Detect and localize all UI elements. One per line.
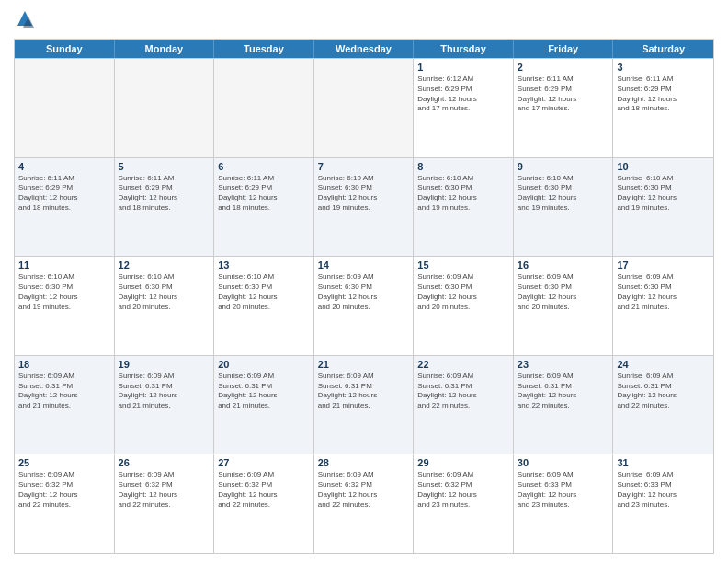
day-number: 17	[617, 259, 710, 270]
day-info: Sunrise: 6:11 AM Sunset: 6:29 PM Dayligh…	[218, 174, 310, 213]
day-cell: 24Sunrise: 6:09 AM Sunset: 6:31 PM Dayli…	[613, 356, 713, 454]
day-cell: 15Sunrise: 6:09 AM Sunset: 6:30 PM Dayli…	[414, 257, 514, 355]
day-info: Sunrise: 6:11 AM Sunset: 6:29 PM Dayligh…	[518, 75, 609, 114]
day-cell: 8Sunrise: 6:10 AM Sunset: 6:30 PM Daylig…	[414, 158, 514, 257]
week-row-4: 25Sunrise: 6:09 AM Sunset: 6:32 PM Dayli…	[15, 454, 713, 553]
day-number: 15	[417, 259, 509, 270]
day-info: Sunrise: 6:10 AM Sunset: 6:30 PM Dayligh…	[218, 272, 310, 312]
day-info: Sunrise: 6:09 AM Sunset: 6:31 PM Dayligh…	[518, 372, 609, 411]
day-number: 22	[417, 359, 509, 370]
day-number: 1	[417, 62, 509, 73]
day-cell: 30Sunrise: 6:09 AM Sunset: 6:33 PM Dayli…	[514, 454, 614, 553]
day-cell: 17Sunrise: 6:09 AM Sunset: 6:30 PM Dayli…	[613, 257, 713, 355]
day-cell: 22Sunrise: 6:09 AM Sunset: 6:31 PM Dayli…	[414, 356, 514, 454]
day-cell: 7Sunrise: 6:10 AM Sunset: 6:30 PM Daylig…	[314, 158, 415, 257]
logo	[14, 9, 40, 31]
header-friday: Friday	[514, 40, 614, 58]
day-cell	[15, 59, 115, 157]
day-number: 14	[318, 259, 410, 270]
day-number: 3	[617, 62, 710, 73]
day-info: Sunrise: 6:09 AM Sunset: 6:32 PM Dayligh…	[119, 470, 210, 510]
day-info: Sunrise: 6:09 AM Sunset: 6:30 PM Dayligh…	[617, 272, 710, 312]
day-cell: 10Sunrise: 6:10 AM Sunset: 6:30 PM Dayli…	[613, 158, 713, 257]
day-number: 8	[417, 161, 509, 172]
day-info: Sunrise: 6:11 AM Sunset: 6:29 PM Dayligh…	[617, 75, 710, 114]
day-cell: 13Sunrise: 6:10 AM Sunset: 6:30 PM Dayli…	[214, 257, 314, 355]
day-cell: 12Sunrise: 6:10 AM Sunset: 6:30 PM Dayli…	[115, 257, 215, 355]
header-thursday: Thursday	[414, 40, 514, 58]
day-info: Sunrise: 6:09 AM Sunset: 6:32 PM Dayligh…	[218, 470, 310, 510]
week-row-3: 18Sunrise: 6:09 AM Sunset: 6:31 PM Dayli…	[15, 355, 713, 454]
day-number: 13	[218, 259, 310, 270]
day-number: 16	[518, 259, 609, 270]
day-info: Sunrise: 6:09 AM Sunset: 6:31 PM Dayligh…	[119, 372, 210, 411]
day-cell: 1Sunrise: 6:12 AM Sunset: 6:29 PM Daylig…	[414, 59, 514, 157]
day-cell: 11Sunrise: 6:10 AM Sunset: 6:30 PM Dayli…	[15, 257, 115, 355]
day-number: 6	[218, 161, 310, 172]
day-number: 21	[318, 359, 410, 370]
day-number: 18	[18, 359, 110, 370]
day-info: Sunrise: 6:09 AM Sunset: 6:30 PM Dayligh…	[417, 272, 509, 312]
day-cell	[214, 59, 314, 157]
day-cell: 26Sunrise: 6:09 AM Sunset: 6:32 PM Dayli…	[115, 454, 215, 553]
day-info: Sunrise: 6:12 AM Sunset: 6:29 PM Dayligh…	[417, 75, 509, 114]
day-cell: 2Sunrise: 6:11 AM Sunset: 6:29 PM Daylig…	[514, 59, 614, 157]
day-info: Sunrise: 6:11 AM Sunset: 6:29 PM Dayligh…	[18, 174, 110, 213]
day-cell: 16Sunrise: 6:09 AM Sunset: 6:30 PM Dayli…	[514, 257, 614, 355]
week-row-0: 1Sunrise: 6:12 AM Sunset: 6:29 PM Daylig…	[15, 58, 713, 157]
week-row-2: 11Sunrise: 6:10 AM Sunset: 6:30 PM Dayli…	[15, 256, 713, 355]
day-info: Sunrise: 6:09 AM Sunset: 6:31 PM Dayligh…	[617, 372, 710, 411]
day-cell: 29Sunrise: 6:09 AM Sunset: 6:32 PM Dayli…	[414, 454, 514, 553]
header-tuesday: Tuesday	[214, 40, 314, 58]
page: Sunday Monday Tuesday Wednesday Thursday…	[0, 0, 728, 563]
day-number: 25	[18, 457, 110, 468]
day-number: 9	[518, 161, 609, 172]
day-info: Sunrise: 6:09 AM Sunset: 6:33 PM Dayligh…	[617, 470, 710, 510]
day-number: 19	[119, 359, 210, 370]
day-cell: 28Sunrise: 6:09 AM Sunset: 6:32 PM Dayli…	[314, 454, 415, 553]
week-row-1: 4Sunrise: 6:11 AM Sunset: 6:29 PM Daylig…	[15, 157, 713, 257]
day-number: 12	[119, 259, 210, 270]
logo-icon	[14, 9, 36, 31]
day-number: 24	[617, 359, 710, 370]
day-info: Sunrise: 6:09 AM Sunset: 6:31 PM Dayligh…	[417, 372, 509, 411]
day-number: 20	[218, 359, 310, 370]
day-number: 30	[518, 457, 609, 468]
day-info: Sunrise: 6:09 AM Sunset: 6:32 PM Dayligh…	[18, 470, 110, 510]
day-cell: 21Sunrise: 6:09 AM Sunset: 6:31 PM Dayli…	[314, 356, 415, 454]
day-number: 27	[218, 457, 310, 468]
day-number: 5	[119, 161, 210, 172]
day-number: 23	[518, 359, 609, 370]
day-cell: 19Sunrise: 6:09 AM Sunset: 6:31 PM Dayli…	[115, 356, 215, 454]
day-cell: 31Sunrise: 6:09 AM Sunset: 6:33 PM Dayli…	[613, 454, 713, 553]
day-info: Sunrise: 6:10 AM Sunset: 6:30 PM Dayligh…	[417, 174, 509, 213]
day-cell: 4Sunrise: 6:11 AM Sunset: 6:29 PM Daylig…	[15, 158, 115, 257]
day-number: 29	[417, 457, 509, 468]
day-cell	[115, 59, 215, 157]
day-cell: 25Sunrise: 6:09 AM Sunset: 6:32 PM Dayli…	[15, 454, 115, 553]
day-info: Sunrise: 6:09 AM Sunset: 6:31 PM Dayligh…	[318, 372, 410, 411]
header-monday: Monday	[115, 40, 215, 58]
day-info: Sunrise: 6:09 AM Sunset: 6:31 PM Dayligh…	[18, 372, 110, 411]
day-cell: 18Sunrise: 6:09 AM Sunset: 6:31 PM Dayli…	[15, 356, 115, 454]
day-number: 28	[318, 457, 410, 468]
day-cell: 5Sunrise: 6:11 AM Sunset: 6:29 PM Daylig…	[115, 158, 215, 257]
day-number: 2	[518, 62, 609, 73]
day-info: Sunrise: 6:10 AM Sunset: 6:30 PM Dayligh…	[119, 272, 210, 312]
day-number: 31	[617, 457, 710, 468]
day-info: Sunrise: 6:09 AM Sunset: 6:32 PM Dayligh…	[318, 470, 410, 510]
day-number: 11	[18, 259, 110, 270]
day-info: Sunrise: 6:09 AM Sunset: 6:33 PM Dayligh…	[518, 470, 609, 510]
day-cell: 23Sunrise: 6:09 AM Sunset: 6:31 PM Dayli…	[514, 356, 614, 454]
calendar-grid: 1Sunrise: 6:12 AM Sunset: 6:29 PM Daylig…	[15, 58, 713, 553]
day-number: 10	[617, 161, 710, 172]
header-saturday: Saturday	[613, 40, 713, 58]
day-info: Sunrise: 6:09 AM Sunset: 6:31 PM Dayligh…	[218, 372, 310, 411]
day-cell: 6Sunrise: 6:11 AM Sunset: 6:29 PM Daylig…	[214, 158, 314, 257]
day-info: Sunrise: 6:10 AM Sunset: 6:30 PM Dayligh…	[318, 174, 410, 213]
day-cell: 27Sunrise: 6:09 AM Sunset: 6:32 PM Dayli…	[214, 454, 314, 553]
day-info: Sunrise: 6:11 AM Sunset: 6:29 PM Dayligh…	[119, 174, 210, 213]
day-cell: 3Sunrise: 6:11 AM Sunset: 6:29 PM Daylig…	[613, 59, 713, 157]
day-cell: 14Sunrise: 6:09 AM Sunset: 6:30 PM Dayli…	[314, 257, 415, 355]
day-number: 4	[18, 161, 110, 172]
